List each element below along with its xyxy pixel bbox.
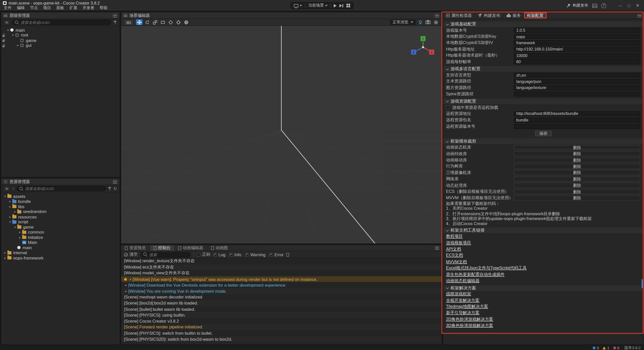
assets-search-input[interactable] (25, 186, 103, 191)
refresh-icon[interactable] (114, 186, 117, 191)
log-row[interactable]: [Window] render_texture文件夹不存在 (121, 258, 441, 264)
doc-link[interactable]: Excel格式转Json文件与TypeScript代码工具 (443, 265, 644, 271)
log-filter-checkbox[interactable]: Error (269, 252, 284, 257)
expand-arrow-icon[interactable] (8, 200, 12, 203)
section-module-trim[interactable]: 框架模块裁剪 (443, 139, 644, 144)
field-input[interactable] (514, 92, 640, 97)
section-solutions[interactable]: 框架解决方案 (443, 285, 644, 291)
tab-animation-editor[interactable]: 动画编辑器 (175, 245, 208, 251)
create-asset-button[interactable] (4, 186, 10, 191)
expand-arrow-icon[interactable] (13, 225, 17, 229)
expand-arrow-icon[interactable] (3, 251, 7, 255)
asset-node-row[interactable]: assets (1, 194, 119, 199)
log-row[interactable]: [Window] You are running Vue in developm… (121, 288, 441, 294)
delete-module-button[interactable]: 删除 (514, 170, 640, 175)
orientation-gizmo[interactable]: Y X Z (411, 36, 434, 55)
lock-icon[interactable] (1, 33, 6, 38)
expand-arrow-icon[interactable] (8, 215, 12, 219)
filter-icon[interactable] (113, 21, 117, 24)
log-row[interactable]: [Scene] meshopt wasm decoder initialized (121, 294, 441, 300)
section-i18n[interactable]: 游戏多语言配置 (443, 66, 644, 72)
field-input[interactable] (514, 34, 640, 39)
asset-node-row[interactable]: seedrandom (1, 209, 119, 214)
panel-menu-icon[interactable] (435, 14, 439, 17)
asset-node-row[interactable]: oops-framework (1, 255, 119, 260)
field-input[interactable] (514, 40, 640, 45)
move-tool-button[interactable] (136, 19, 143, 25)
log-count-badge[interactable]: 3 (593, 345, 599, 350)
scale-tool-button[interactable] (152, 19, 158, 25)
expand-arrow-icon[interactable] (3, 256, 7, 260)
log-expand-arrow-icon[interactable] (124, 289, 128, 293)
asset-node-row[interactable]: initialize (1, 235, 119, 240)
lock-icon[interactable] (1, 28, 6, 33)
field-input[interactable] (514, 73, 640, 78)
expand-arrow-icon[interactable] (18, 230, 22, 234)
hierarchy-node-row[interactable]: root (1, 33, 119, 38)
camera-settings-button[interactable] (425, 19, 431, 25)
menu-item[interactable]: 开发者 (82, 5, 95, 11)
coordinate-toggle-button[interactable] (183, 19, 189, 25)
menu-item[interactable]: 面板 (55, 5, 65, 11)
sort-assets-icon[interactable] (12, 187, 14, 191)
tab-framework-config[interactable]: 框架配置 (524, 12, 547, 18)
section-game-basic[interactable]: 游戏基础配置 (443, 21, 644, 27)
filter-icon[interactable] (108, 187, 112, 191)
log-row[interactable]: [Scene] [PHYSICS]: switch from builtin t… (121, 330, 441, 336)
log-filter-checkbox[interactable]: Log (213, 252, 225, 257)
menu-item[interactable]: 节点 (29, 5, 39, 11)
panel-menu-icon[interactable] (435, 246, 439, 250)
doc-link[interactable]: MVVM文档 (443, 259, 644, 265)
field-input[interactable] (514, 124, 640, 129)
error-count-badge[interactable]: 0 (613, 345, 619, 350)
log-filter-checkbox[interactable]: Info (229, 252, 241, 257)
tab-service[interactable]: 服务 (504, 12, 524, 18)
field-input[interactable] (514, 53, 640, 58)
regex-toggle[interactable]: 正则 (197, 252, 210, 257)
asset-node-row[interactable]: script (1, 220, 119, 225)
log-row[interactable]: [Window] model_view文件夹不存在 (121, 270, 441, 276)
rect-tool-button[interactable] (159, 19, 166, 25)
remote-load-checkbox[interactable] (446, 106, 450, 109)
log-row[interactable]: [Window] Download the Vue Devtools exten… (121, 282, 441, 288)
log-filter-checkbox[interactable]: Warning (245, 252, 265, 257)
screenshot-icon[interactable] (592, 4, 597, 8)
section-doc-links[interactable]: 框架文档工具链接 (443, 228, 644, 233)
panel-menu-icon[interactable] (113, 180, 117, 183)
build-publish-button[interactable]: 构建发布 (566, 3, 588, 8)
field-input[interactable] (514, 28, 640, 33)
log-row[interactable]: [Window] ecs文件夹不存在 (121, 264, 441, 270)
asset-node-row[interactable]: main (1, 245, 119, 250)
log-row[interactable]: [Window] [Vue warn]: Property "onInput" … (121, 276, 441, 282)
hierarchy-node-row[interactable]: main (1, 27, 119, 32)
play-button[interactable] (334, 4, 337, 7)
step-button[interactable] (339, 4, 343, 7)
scene-viewport[interactable]: Y X Z (121, 26, 441, 243)
asset-node-row[interactable]: Main (1, 240, 119, 245)
expand-arrow-icon[interactable] (18, 236, 22, 239)
hierarchy-node-row[interactable]: gui (1, 43, 119, 48)
menu-item[interactable]: 扩展 (69, 5, 78, 11)
doc-link[interactable]: API文档 (443, 246, 644, 252)
log-expand-arrow-icon[interactable] (124, 283, 128, 287)
delete-module-button[interactable]: 删除 (514, 183, 640, 188)
open-log-file-icon[interactable] (287, 253, 289, 256)
field-input[interactable] (514, 79, 640, 84)
asset-node-row[interactable]: internal (1, 250, 119, 255)
gear-icon[interactable] (432, 19, 439, 25)
solution-link[interactable]: 2D角色扮演游戏解决方案 (443, 316, 644, 322)
mode-3d-button[interactable]: 3D (124, 19, 133, 25)
log-row[interactable]: [Scene] [bullet]:bullet wasm lib loaded. (121, 306, 441, 312)
field-input[interactable] (514, 117, 640, 122)
doc-link[interactable]: 原生包热更新配置自动生成插件 (443, 271, 644, 278)
field-input[interactable] (514, 85, 640, 90)
log-row[interactable]: [Scene] [box2d]:box2d wasm lib loaded. (121, 300, 441, 306)
asset-node-row[interactable]: game (1, 225, 119, 230)
console-search-input[interactable] (149, 252, 188, 257)
close-button[interactable] (633, 0, 642, 11)
panel-menu-icon[interactable] (637, 14, 641, 17)
create-node-button[interactable] (4, 20, 10, 25)
menu-item[interactable]: 编辑 (16, 5, 26, 11)
tab-property-inspector[interactable]: 属性检查器 (443, 12, 475, 18)
maximize-button[interactable] (625, 0, 633, 11)
